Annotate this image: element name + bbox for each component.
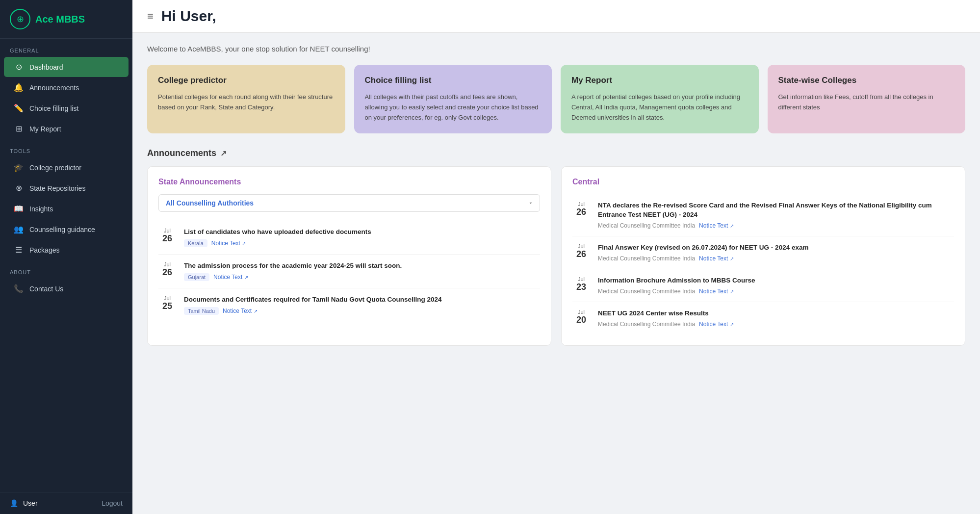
announce-date-1: Jul 26 — [158, 261, 176, 281]
announce-link-1[interactable]: Notice Text ↗ — [213, 274, 248, 281]
sidebar-label-my-report: My Report — [29, 125, 61, 133]
announce-tag-2: Tamil Nadu — [184, 307, 219, 315]
user-icon: 👤 — [10, 499, 18, 507]
announcements-title: Announcements — [147, 148, 216, 158]
sidebar-icon-insights: 📖 — [14, 204, 24, 213]
sidebar-icon-contact-us: 📞 — [14, 284, 24, 293]
central-link-2[interactable]: Notice Text ↗ — [699, 288, 733, 295]
sidebar-bottom: 👤 User Logout — [0, 492, 132, 514]
card-desc-state-wise-colleges: Get information like Fees, cutoff from a… — [778, 92, 955, 113]
state-panel-title: State Announcements — [158, 178, 540, 186]
sidebar-section-general: GENERAL — [0, 39, 132, 56]
logo-text: Ace MBBS — [35, 14, 85, 25]
logo-mbbs: MBBS — [56, 14, 85, 25]
page-title: Hi User, — [161, 8, 216, 25]
sidebar-label-announcements: Announcements — [29, 84, 79, 92]
central-date-3: Jul 20 — [572, 309, 590, 328]
state-announce-item: Jul 26 List of candidates who have uploa… — [158, 221, 540, 255]
sidebar-section-about: ABOUT — [0, 260, 132, 278]
sidebar-item-college-predictor[interactable]: 🎓 College predictor — [4, 157, 129, 178]
sidebar-logo: ⊕ Ace MBBS — [0, 0, 132, 39]
sidebar-item-state-repositories[interactable]: ⊗ State Repositories — [4, 178, 129, 198]
state-announcements-panel: State Announcements All Counselling Auth… — [147, 166, 551, 345]
central-announce-item: Jul 23 Information Brochure Admission to… — [572, 269, 954, 302]
sidebar-section-tools: TOOLS — [0, 139, 132, 157]
central-link-0[interactable]: Notice Text ↗ — [699, 222, 733, 229]
feature-card-choice-filling-list[interactable]: Choice filling list All colleges with th… — [354, 65, 552, 133]
logout-button[interactable]: Logout — [102, 499, 123, 507]
sidebar-item-announcements[interactable]: 🔔 Announcements — [4, 77, 129, 98]
feature-card-college-predictor[interactable]: College predictor Potential colleges for… — [147, 65, 345, 133]
sidebar-item-contact-us[interactable]: 📞 Contact Us — [4, 279, 129, 299]
central-date-2: Jul 23 — [572, 276, 590, 295]
card-title-my-report: My Report — [571, 76, 748, 85]
central-content-2: Information Brochure Admission to MBBS C… — [598, 276, 954, 295]
announce-tag-1: Gujarat — [184, 273, 209, 281]
card-title-college-predictor: College predictor — [158, 76, 335, 85]
welcome-text: Welcome to AceMBBS, your one stop soluti… — [147, 45, 965, 53]
announce-tag-0: Kerala — [184, 239, 207, 247]
sidebar: ⊕ Ace MBBS GENERAL ⊙ Dashboard 🔔 Announc… — [0, 0, 132, 514]
announce-date-2: Jul 25 — [158, 295, 176, 315]
announcements-grid: State Announcements All Counselling Auth… — [147, 166, 965, 345]
sidebar-label-counselling-guidance: Counselling guidance — [29, 226, 95, 233]
feature-cards: College predictor Potential colleges for… — [147, 65, 965, 133]
sidebar-user: 👤 User — [10, 499, 38, 507]
central-date-0: Jul 26 — [572, 201, 590, 229]
central-content-1: Final Answer Key (revised on 26.07.2024)… — [598, 243, 954, 262]
content-area: Welcome to AceMBBS, your one stop soluti… — [132, 33, 980, 358]
user-label: User — [23, 499, 38, 507]
central-announce-item: Jul 26 Final Answer Key (revised on 26.0… — [572, 236, 954, 269]
central-announce-item: Jul 20 NEET UG 2024 Center wise Results … — [572, 302, 954, 334]
central-date-1: Jul 26 — [572, 243, 590, 262]
sidebar-icon-college-predictor: 🎓 — [14, 163, 24, 172]
state-items-list: Jul 26 List of candidates who have uploa… — [158, 221, 540, 322]
hamburger-icon[interactable]: ≡ — [147, 10, 154, 23]
sidebar-icon-announcements: 🔔 — [14, 83, 24, 92]
main-content: ≡ Hi User, Welcome to AceMBBS, your one … — [132, 0, 980, 514]
sidebar-icon-choice-filling-list: ✏️ — [14, 103, 24, 113]
central-link-1[interactable]: Notice Text ↗ — [699, 255, 733, 262]
sidebar-item-insights[interactable]: 📖 Insights — [4, 199, 129, 219]
sidebar-icon-packages: ☰ — [14, 245, 24, 255]
sidebar-item-choice-filling-list[interactable]: ✏️ Choice filling list — [4, 98, 129, 118]
card-desc-my-report: A report of potential colleges based on … — [571, 92, 748, 123]
sidebar-item-my-report[interactable]: ⊞ My Report — [4, 119, 129, 139]
announce-date-0: Jul 26 — [158, 228, 176, 247]
feature-card-my-report[interactable]: My Report A report of potential colleges… — [561, 65, 759, 133]
central-link-3[interactable]: Notice Text ↗ — [699, 321, 733, 328]
sidebar-label-contact-us: Contact Us — [29, 285, 63, 293]
sidebar-label-insights: Insights — [29, 205, 53, 213]
announce-content-0: List of candidates who have uploaded def… — [184, 228, 540, 247]
sidebar-nav: GENERAL ⊙ Dashboard 🔔 Announcements ✏️ C… — [0, 39, 132, 299]
announcements-external-icon[interactable]: ↗ — [220, 149, 227, 158]
sidebar-item-counselling-guidance[interactable]: 👥 Counselling guidance — [4, 219, 129, 239]
topbar: ≡ Hi User, — [132, 0, 980, 33]
announce-link-2[interactable]: Notice Text ↗ — [223, 308, 257, 314]
card-title-choice-filling-list: Choice filling list — [365, 76, 542, 85]
sidebar-item-packages[interactable]: ☰ Packages — [4, 240, 129, 260]
central-announcements-panel: Central Jul 26 NTA declares the Re-revis… — [561, 166, 965, 345]
sidebar-label-state-repositories: State Repositories — [29, 184, 85, 192]
central-panel-title: Central — [572, 178, 954, 186]
announce-link-0[interactable]: Notice Text ↗ — [211, 240, 246, 247]
sidebar-label-packages: Packages — [29, 246, 59, 254]
state-announce-item: Jul 26 The admission process for the aca… — [158, 255, 540, 288]
sidebar-icon-dashboard: ⊙ — [14, 62, 24, 72]
counselling-authority-filter[interactable]: All Counselling AuthoritiesKeralaGujarat… — [158, 194, 540, 212]
sidebar-item-dashboard[interactable]: ⊙ Dashboard — [4, 57, 129, 77]
card-desc-college-predictor: Potential colleges for each round along … — [158, 92, 335, 113]
logo-icon: ⊕ — [10, 9, 30, 29]
feature-card-state-wise-colleges[interactable]: State-wise Colleges Get information like… — [768, 65, 966, 133]
central-announce-item: Jul 26 NTA declares the Re-revised Score… — [572, 194, 954, 236]
sidebar-label-dashboard: Dashboard — [29, 63, 63, 71]
state-announce-item: Jul 25 Documents and Certificates requir… — [158, 288, 540, 322]
sidebar-label-college-predictor: College predictor — [29, 164, 81, 172]
sidebar-icon-counselling-guidance: 👥 — [14, 225, 24, 234]
sidebar-label-choice-filling-list: Choice filling list — [29, 104, 78, 112]
central-content-0: NTA declares the Re-revised Score Card a… — [598, 201, 954, 229]
card-title-state-wise-colleges: State-wise Colleges — [778, 76, 955, 85]
announce-content-1: The admission process for the academic y… — [184, 261, 540, 281]
central-content-3: NEET UG 2024 Center wise Results Medical… — [598, 309, 954, 328]
central-items-list: Jul 26 NTA declares the Re-revised Score… — [572, 194, 954, 334]
